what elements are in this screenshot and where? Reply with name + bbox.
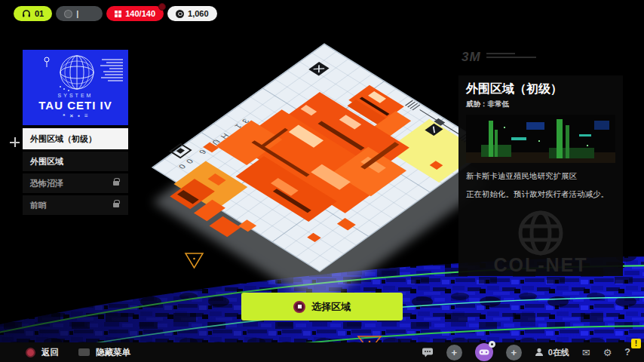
mail-icon[interactable]: ✉: [582, 347, 590, 358]
brand-fineprint: [486, 53, 536, 58]
health-corner-badge: [158, 3, 166, 11]
system-card-fineprint: [100, 59, 123, 81]
hide-menu-button[interactable]: 隐藏菜单: [78, 347, 130, 358]
brand-logo: 3M: [462, 50, 536, 65]
colnet-watermark: COL-NET: [458, 202, 623, 276]
warning-triangle-marker: [186, 253, 203, 268]
move-cursor-icon: [10, 137, 20, 147]
threat-level: 威胁：非常低: [466, 100, 615, 109]
person-icon: [535, 348, 544, 357]
rating-box-icon: ▪: [78, 113, 80, 119]
menu-item-label: 前哨: [30, 200, 47, 211]
health-icon: [115, 11, 121, 17]
credits-value: 1,060: [188, 9, 209, 18]
back-label: 返回: [41, 347, 59, 358]
bottom-bar: 返回 隐藏菜单 + +: [0, 342, 644, 362]
system-card: SYSTEM TAU CETI IV * × ▪ ≡: [23, 50, 128, 125]
cross-icon: ×: [69, 113, 73, 119]
region-menu-item-outer-basic[interactable]: 外围区域（初级）: [23, 128, 128, 149]
map-select-screen: 31 HU 6 00 01 | 140/140: [0, 0, 644, 362]
credits-icon: [176, 10, 184, 18]
settings-gear-icon[interactable]: ⚙: [603, 347, 612, 358]
health-badge: 140/140: [106, 6, 164, 21]
online-count-label: 0在线: [548, 347, 569, 358]
empty-slot-icon: [64, 10, 72, 18]
select-button-label: 选择区域: [311, 300, 351, 314]
region-menu-item-outpost[interactable]: 前哨: [23, 195, 128, 215]
region-menu: 外围区域（初级） 外围区域 恐怖沼泽 前哨: [23, 128, 128, 217]
colnet-watermark-text: COL-NET: [493, 254, 587, 276]
menu-lines-icon: ≡: [84, 113, 88, 119]
hud-top-bar: 01 | 140/140 1,060: [14, 6, 217, 21]
menu-item-label: 外围区域（初级）: [30, 133, 97, 145]
health-value: 140/140: [125, 9, 155, 18]
system-meta-icons: * × ▪ ≡: [63, 113, 87, 119]
region-menu-item-terror-swamp[interactable]: 恐怖沼泽: [23, 173, 128, 193]
online-status: 0在线: [535, 347, 569, 358]
secondary-badge: |: [56, 6, 103, 21]
players-count: 01: [35, 9, 44, 18]
help-button[interactable]: ?: [624, 347, 630, 357]
region-menu-item-outer[interactable]: 外围区域: [23, 152, 128, 171]
gamepad-icon: [479, 348, 489, 356]
alert-badge[interactable]: !: [631, 339, 641, 348]
colnet-globe-icon: [508, 210, 573, 259]
hide-menu-prompt-icon: [78, 348, 90, 356]
add-friend-button[interactable]: +: [446, 345, 462, 360]
region-info-panel: 外围区域（初级） 威胁：非常低 新卡斯卡迪亚殖民地研究扩展区 正在初始化。预计敌…: [458, 75, 623, 276]
social-notification-badge: [489, 341, 495, 348]
back-prompt-icon: [26, 348, 35, 357]
system-label: SYSTEM: [58, 93, 94, 98]
plus-icon: +: [511, 347, 517, 358]
map-platform[interactable]: 31 HU 6 00: [133, 42, 492, 284]
lock-icon: [113, 203, 119, 207]
select-button-prompt-icon: [293, 301, 305, 313]
region-description-1: 新卡斯卡迪亚殖民地研究扩展区: [466, 170, 615, 181]
back-button[interactable]: 返回: [26, 347, 59, 358]
social-hub-button[interactable]: [475, 343, 493, 361]
plus-icon: +: [451, 347, 457, 358]
headset-icon: [22, 9, 31, 18]
add-party-button[interactable]: +: [506, 345, 522, 360]
system-name: TAU CETI IV: [38, 99, 112, 112]
lock-icon: [113, 181, 119, 186]
region-preview-image: [466, 115, 615, 163]
menu-item-label: 恐怖沼泽: [30, 178, 63, 189]
secondary-value: |: [76, 9, 78, 18]
select-region-button[interactable]: 选择区域: [241, 293, 403, 321]
menu-item-label: 外围区域: [30, 156, 63, 167]
chat-icon[interactable]: [422, 348, 434, 357]
star-icon: *: [63, 113, 65, 119]
region-title: 外围区域（初级）: [466, 81, 615, 97]
credits-badge: 1,060: [167, 6, 217, 21]
region-description-2: 正在初始化。预计敌对疾行者活动减少。: [466, 189, 615, 199]
brand-logo-text: 3M: [462, 50, 481, 65]
players-badge: 01: [14, 6, 52, 21]
hide-menu-label: 隐藏菜单: [96, 347, 130, 358]
